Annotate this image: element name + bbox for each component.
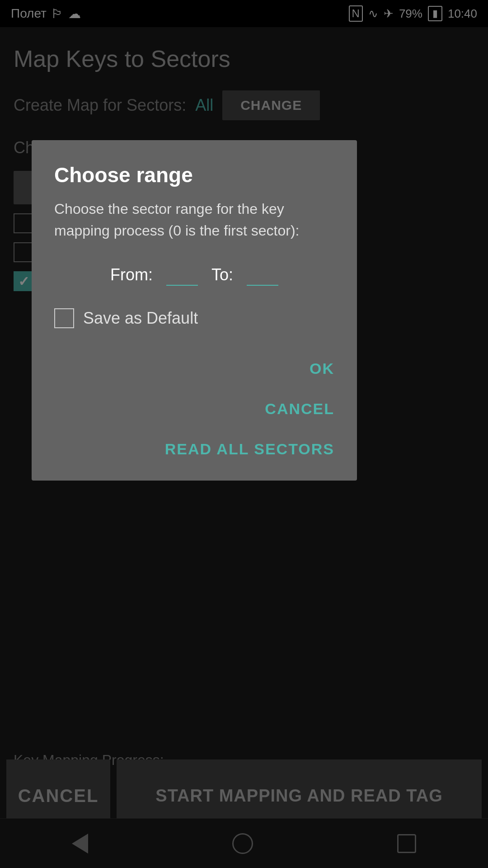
dialog-ok-button[interactable]: OK: [310, 355, 334, 382]
dialog-buttons: OK CANCEL READ ALL SECTORS: [54, 355, 334, 462]
dialog-read-all-button[interactable]: READ ALL SECTORS: [165, 436, 334, 462]
dialog-title: Choose range: [54, 163, 334, 187]
dialog-cancel-button[interactable]: CANCEL: [265, 396, 334, 422]
save-default-row: Save as Default: [54, 308, 334, 328]
range-inputs-row: From: To:: [54, 264, 334, 286]
dialog-message: Choose the sector range for the key mapp…: [54, 198, 334, 241]
to-input[interactable]: [247, 264, 278, 286]
to-label: To:: [211, 265, 233, 284]
from-input[interactable]: [166, 264, 198, 286]
save-default-checkbox[interactable]: [54, 308, 74, 328]
choose-range-dialog: Choose range Choose the sector range for…: [32, 140, 357, 481]
from-label: From:: [110, 265, 153, 284]
save-default-label: Save as Default: [83, 309, 198, 328]
